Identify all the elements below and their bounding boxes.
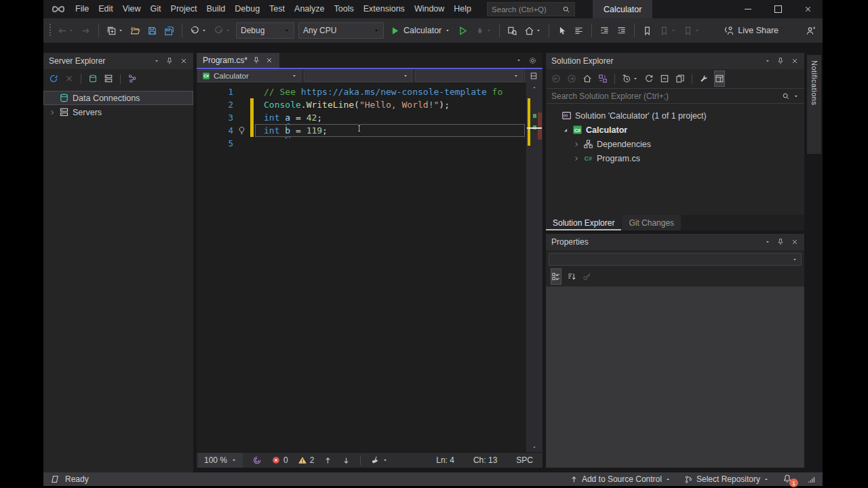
pin-icon[interactable]: [776, 238, 785, 246]
document-outline-button[interactable]: [572, 22, 585, 39]
scroll-down-icon[interactable]: [532, 445, 537, 450]
notifications-bell-button[interactable]: 1: [783, 474, 793, 485]
show-all-files-button[interactable]: [675, 71, 685, 86]
code-line-3[interactable]: 3int a = 42;: [197, 111, 526, 124]
notifications-tab[interactable]: Notifications: [807, 55, 821, 154]
tree-item-project-calculator[interactable]: Calculator: [546, 123, 804, 137]
tab-program-cs[interactable]: Program.cs*: [197, 53, 279, 68]
code-line-5[interactable]: 5: [197, 137, 526, 150]
tree-item-data-connections[interactable]: Data Connections: [43, 91, 193, 105]
warning-count-button[interactable]: 2: [298, 455, 315, 465]
uncomment-lines-button[interactable]: [615, 22, 628, 39]
categorized-button[interactable]: [551, 269, 561, 284]
object-selector-dropdown[interactable]: [549, 253, 802, 266]
undo-button[interactable]: [189, 22, 208, 39]
menu-item-build[interactable]: Build: [201, 0, 230, 18]
scroll-up-icon[interactable]: [532, 85, 537, 90]
home-button[interactable]: [583, 71, 592, 86]
connect-to-database-button[interactable]: [88, 71, 98, 86]
close-icon[interactable]: [791, 238, 799, 246]
menu-item-git[interactable]: Git: [146, 0, 166, 18]
pin-icon[interactable]: [252, 56, 260, 64]
menu-item-extensions[interactable]: Extensions: [359, 0, 410, 18]
menu-item-tools[interactable]: Tools: [330, 0, 359, 18]
error-count-button[interactable]: 0: [271, 455, 288, 465]
new-project-button[interactable]: [105, 22, 125, 39]
code-editor[interactable]: 1// See https://aka.ms/new-console-templ…: [197, 83, 542, 452]
pending-changes-filter-button[interactable]: [622, 71, 638, 86]
menu-item-file[interactable]: File: [71, 0, 94, 18]
window-position-caret-icon[interactable]: [154, 58, 159, 64]
tab-list-caret-icon[interactable]: [516, 58, 521, 63]
code-cleanup-button[interactable]: [370, 455, 388, 465]
tab-solution-explorer[interactable]: Solution Explorer: [546, 215, 621, 230]
quick-search-input[interactable]: Search (Ctrl+Q): [487, 2, 575, 16]
find-in-files-button[interactable]: [506, 22, 519, 39]
solution-platforms-combo[interactable]: Any CPU: [298, 22, 384, 39]
window-position-caret-icon[interactable]: [765, 58, 770, 64]
code-line-1[interactable]: 1// See https://aka.ms/new-console-templ…: [197, 85, 526, 98]
expand-icon[interactable]: [573, 141, 580, 148]
close-icon[interactable]: [791, 57, 799, 65]
connect-to-server-button[interactable]: [104, 71, 113, 86]
member-dropdown[interactable]: [415, 70, 524, 82]
live-share-button[interactable]: Live Share: [724, 26, 778, 36]
previous-issue-button[interactable]: [323, 456, 332, 465]
select-repository-button[interactable]: Select Repository: [684, 474, 769, 484]
tree-item-solution-root[interactable]: Solution 'Calculator' (1 of 1 project): [546, 108, 804, 123]
menu-item-edit[interactable]: Edit: [94, 0, 118, 18]
vertical-scrollbar[interactable]: [526, 83, 542, 452]
save-button[interactable]: [146, 22, 159, 39]
type-dropdown[interactable]: [304, 70, 412, 82]
pin-icon[interactable]: [776, 57, 785, 65]
tab-git-changes[interactable]: Git Changes: [622, 215, 681, 230]
start-without-debugging-button[interactable]: [456, 22, 469, 39]
close-icon[interactable]: [180, 57, 188, 65]
switch-views-button[interactable]: [598, 71, 608, 86]
expand-icon[interactable]: [49, 109, 56, 116]
editor-extension-button[interactable]: [252, 455, 262, 465]
window-position-caret-icon[interactable]: [765, 239, 770, 245]
close-button[interactable]: [793, 0, 823, 18]
collapse-all-button[interactable]: [660, 71, 669, 86]
selection-tool-button[interactable]: [555, 22, 568, 39]
comment-lines-button[interactable]: [598, 22, 611, 39]
maximize-button[interactable]: [763, 0, 793, 18]
navigate-home-button[interactable]: [523, 22, 542, 39]
menu-item-help[interactable]: Help: [449, 0, 476, 18]
project-dropdown[interactable]: Calculator: [198, 70, 301, 82]
tree-item-dependencies[interactable]: Dependencies: [546, 137, 804, 151]
collapse-icon[interactable]: [562, 127, 569, 134]
next-issue-button[interactable]: [342, 456, 351, 465]
menu-item-test[interactable]: Test: [264, 0, 290, 18]
pin-icon[interactable]: [165, 57, 174, 65]
code-line-2[interactable]: 2Console.WriteLine("Hello, World!");: [197, 98, 526, 111]
menu-item-project[interactable]: Project: [166, 0, 202, 18]
open-file-button[interactable]: [129, 22, 142, 39]
sync-with-active-document-button[interactable]: [644, 71, 654, 86]
toggle-bookmark-button[interactable]: [641, 22, 654, 39]
refresh-button[interactable]: [49, 71, 58, 86]
split-window-button[interactable]: [524, 69, 542, 83]
close-icon[interactable]: [265, 56, 273, 64]
menu-item-debug[interactable]: Debug: [230, 0, 264, 18]
menu-item-analyze[interactable]: Analyze: [290, 0, 329, 18]
add-to-source-control-button[interactable]: Add to Source Control: [570, 474, 671, 484]
start-debugging-button[interactable]: Calculator: [388, 26, 452, 36]
solution-search-input[interactable]: Search Solution Explorer (Ctrl+;): [546, 88, 804, 104]
minimize-button[interactable]: [733, 0, 763, 18]
tree-item-program-cs[interactable]: Program.cs: [546, 151, 804, 165]
tree-item-servers[interactable]: Servers: [43, 105, 193, 119]
save-all-button[interactable]: [163, 22, 176, 39]
quick-actions-lightbulb-icon[interactable]: [237, 126, 246, 135]
menu-item-window[interactable]: Window: [410, 0, 449, 18]
properties-button[interactable]: [699, 71, 709, 86]
sharepoint-connection-button[interactable]: [127, 71, 137, 86]
solution-configurations-combo[interactable]: Debug: [236, 22, 294, 39]
zoom-level-dropdown[interactable]: 100 %: [198, 453, 243, 468]
menu-item-view[interactable]: View: [118, 0, 146, 18]
preview-selected-items-button[interactable]: [715, 71, 724, 86]
expand-icon[interactable]: [573, 155, 580, 162]
alphabetical-button[interactable]: [567, 269, 576, 284]
gear-icon[interactable]: [528, 56, 537, 65]
